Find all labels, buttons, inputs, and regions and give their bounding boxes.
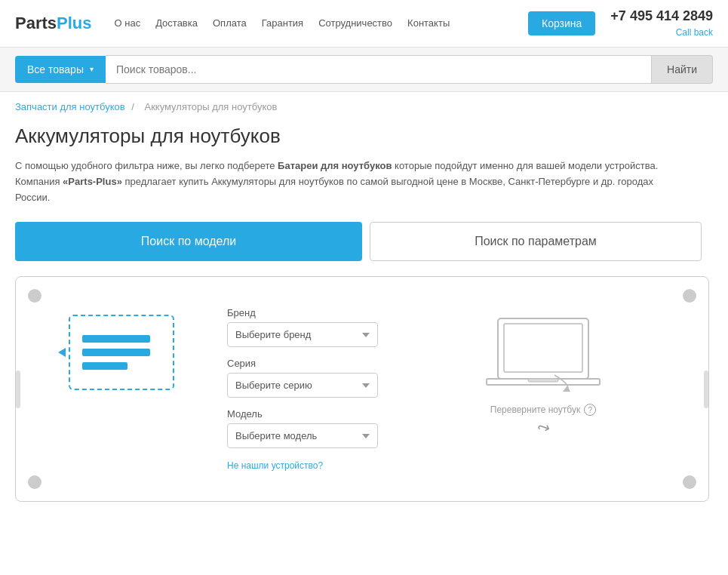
series-group: Серия Выберите серию (227, 358, 378, 398)
tab-buttons: Поиск по модели Поиск по параметрам (15, 222, 709, 261)
nav-item-payment[interactable]: Оплата (213, 17, 247, 29)
flip-arrow-icon: ↩ (534, 417, 552, 438)
svg-rect-3 (528, 379, 558, 382)
laptop-dashed-box (69, 315, 174, 390)
nav-item-cooperation[interactable]: Сотрудничество (318, 17, 392, 29)
model-group: Модель Выберите модель (227, 408, 378, 448)
series-label: Серия (227, 358, 378, 369)
corner-circle-br (683, 475, 696, 489)
phone-block: +7 495 414 2849 Call back (610, 8, 713, 39)
page-description: С помощью удобного фильтра ниже, вы легк… (15, 158, 671, 205)
logo[interactable]: PartsPlus (15, 14, 92, 33)
brand-form: Бренд Выберите бренд Серия Выберите сери… (212, 300, 393, 478)
svg-rect-0 (498, 318, 588, 379)
model-label: Модель (227, 408, 378, 420)
svg-rect-1 (504, 324, 582, 372)
search-bar: Все товары ▾ Найти (0, 48, 728, 92)
brand-label: Бренд (227, 307, 378, 318)
laptop-left-illustration (31, 300, 212, 405)
brand-select[interactable]: Выберите бренд (227, 322, 378, 347)
breadcrumb-separator: / (131, 101, 137, 112)
breadcrumb-parts[interactable]: Запчасти для ноутбуков (15, 101, 125, 112)
main-nav: О нас Доставка Оплата Гарантия Сотруднич… (115, 17, 529, 29)
laptop-svg (483, 315, 604, 398)
series-select[interactable]: Выберите серию (227, 373, 378, 398)
tab-param-search[interactable]: Поиск по параметрам (370, 222, 702, 261)
flip-text: Переверните ноутбук (490, 404, 580, 415)
search-input[interactable] (106, 55, 652, 84)
nav-item-delivery[interactable]: Доставка (155, 17, 198, 29)
phone-number: +7 495 414 2849 (610, 8, 713, 25)
not-found-link[interactable]: Не нашли устройство? (227, 460, 323, 471)
page-title: Аккумуляторы для ноутбуков (15, 125, 709, 148)
logo-plus: Plus (57, 14, 91, 32)
model-search-widget: Бренд Выберите бренд Серия Выберите сери… (15, 276, 709, 502)
main-content: Аккумуляторы для ноутбуков С помощью удо… (0, 117, 724, 524)
model-select[interactable]: Выберите модель (227, 423, 378, 448)
chevron-down-icon: ▾ (90, 65, 94, 73)
logo-parts: Parts (15, 14, 57, 32)
nav-item-warranty[interactable]: Гарантия (262, 17, 303, 29)
breadcrumb-current: Аккумуляторы для ноутбуков (144, 101, 277, 112)
all-goods-button[interactable]: Все товары ▾ (15, 56, 106, 83)
question-badge: ? (584, 404, 596, 416)
search-button[interactable]: Найти (652, 55, 713, 84)
all-goods-label: Все товары (27, 63, 84, 75)
callback-link[interactable]: Call back (676, 27, 713, 38)
nav-item-about[interactable]: О нас (115, 17, 141, 29)
side-bar-right (704, 371, 708, 408)
bar-2 (82, 349, 150, 356)
corner-circle-bl (28, 475, 41, 489)
bar-3 (82, 362, 127, 370)
brand-group: Бренд Выберите бренд (227, 307, 378, 347)
side-bar-left (16, 371, 20, 408)
nav-item-contacts[interactable]: Контакты (407, 17, 450, 29)
cart-button[interactable]: Корзина (528, 11, 595, 35)
laptop-right-illustration: Переверните ноутбук ? ↩ (393, 300, 693, 452)
widget-inner: Бренд Выберите бренд Серия Выберите сери… (31, 300, 693, 478)
flip-label: Переверните ноутбук ? (490, 404, 596, 416)
header: PartsPlus О нас Доставка Оплата Гарантия… (0, 0, 728, 48)
bar-1 (82, 335, 150, 343)
tab-model-search[interactable]: Поиск по модели (15, 222, 362, 261)
breadcrumb: Запчасти для ноутбуков / Аккумуляторы дл… (0, 92, 728, 117)
